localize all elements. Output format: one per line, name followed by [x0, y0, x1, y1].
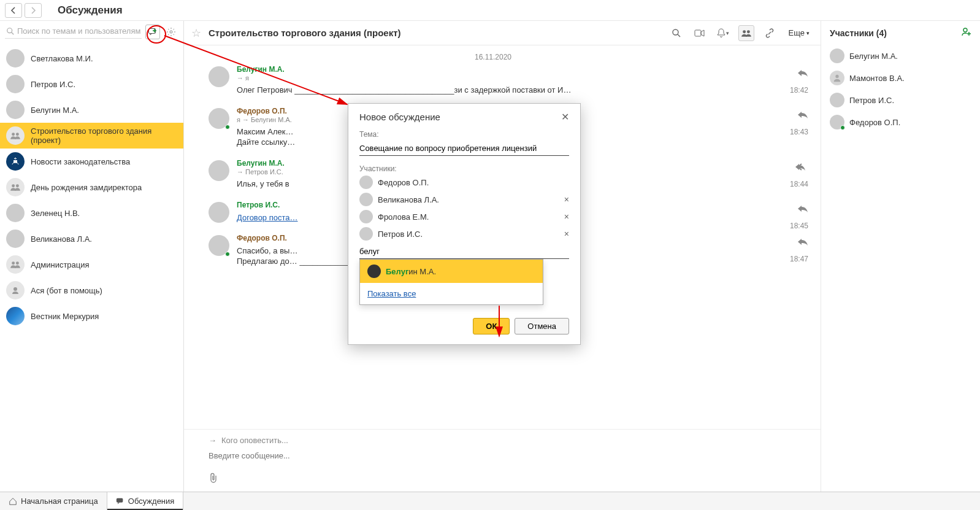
topic-input[interactable] [359, 141, 569, 156]
reply-all-icon[interactable] [795, 163, 808, 173]
show-all-link[interactable]: Показать все [360, 283, 543, 304]
svg-rect-23 [117, 498, 123, 502]
remove-chip-icon[interactable]: × [564, 195, 569, 204]
link-icon[interactable] [762, 25, 778, 41]
sidebar-item-group[interactable]: Ася (бот в помощь) [0, 277, 183, 303]
attach-icon[interactable] [209, 476, 218, 485]
participant-chip: Петров И.С.× [359, 227, 569, 241]
participant-chip: Фролова Е.М.× [359, 210, 569, 223]
message-time: 18:43 [790, 128, 808, 136]
sidebar-item-group[interactable]: Строительство торгового здания (проект) [0, 123, 183, 149]
bottom-tabs: Начальная страница Обсуждения [0, 492, 980, 510]
avatar [209, 160, 229, 181]
topic-label: Тема: [359, 130, 569, 139]
reply-icon[interactable] [797, 204, 808, 215]
message-link[interactable]: Договор поста… [237, 213, 298, 222]
participant-chip: Федоров О.П. [359, 176, 569, 189]
sidebar-item-label: Вестник Меркурия [31, 312, 99, 321]
highlight-rest: ин М.А. [408, 267, 436, 276]
sidebar-item-label: Петров И.С. [31, 80, 75, 89]
search-icon [6, 27, 15, 36]
avatar [209, 235, 229, 256]
sidebar-item-globe[interactable]: Вестник Меркурия [0, 303, 183, 329]
reply-icon[interactable] [797, 110, 808, 121]
cancel-button[interactable]: Отмена [515, 318, 569, 334]
participants-label: Участники: [359, 164, 569, 173]
svg-point-5 [170, 31, 172, 33]
svg-point-7 [16, 133, 19, 136]
participant-item[interactable]: Петров И.С. [830, 89, 971, 111]
participant-item[interactable]: Федоров О.П. [830, 111, 971, 133]
notify-row[interactable]: → Кого оповестить... [209, 436, 796, 445]
message-time: 18:44 [790, 180, 808, 188]
svg-line-1 [12, 32, 14, 34]
sidebar-item-label: Светлакова М.И. [31, 54, 93, 63]
participant-search-input[interactable] [359, 244, 569, 259]
sidebar-item-label: Белугин М.А. [31, 106, 79, 115]
avatar [209, 202, 229, 223]
sidebar-item-user[interactable]: Великанова Л.А. [0, 226, 183, 252]
tab-discussions[interactable]: Обсуждения [107, 492, 184, 510]
sidebar-item-user[interactable]: Петров И.С. [0, 71, 183, 97]
avatar [830, 93, 844, 107]
tab-home[interactable]: Начальная страница [0, 492, 107, 510]
arrow-right-icon: → [209, 436, 216, 445]
sidebar-item-label: Великанова Л.А. [31, 234, 92, 244]
sidebar: Светлакова М.И. Петров И.С. Белугин М.А.… [0, 21, 184, 492]
more-button[interactable]: Еще▾ [785, 26, 813, 39]
avatar [359, 176, 373, 189]
sidebar-item-label: День рождения замдиректора [31, 183, 142, 192]
message-sub: → я [237, 74, 778, 82]
sidebar-item-user[interactable]: Светлакова М.И. [0, 45, 183, 71]
search-chat-icon[interactable] [668, 25, 684, 41]
compose-input[interactable] [209, 449, 796, 473]
remove-chip-icon[interactable]: × [564, 229, 569, 239]
avatar [6, 75, 25, 93]
chip-label: Фролова Е.М. [378, 212, 429, 222]
chip-label: Федоров О.П. [378, 178, 429, 187]
message-time: 18:47 [790, 255, 808, 263]
participants-heading: Участники (4) [830, 28, 887, 38]
participant-item[interactable]: Мамонтов В.А. [830, 67, 971, 89]
sidebar-item-user[interactable]: Белугин М.А. [0, 97, 183, 123]
remove-chip-icon[interactable]: × [564, 212, 569, 222]
add-participant-icon[interactable] [962, 27, 971, 39]
sidebar-item-label: Администрация [31, 260, 90, 269]
close-icon[interactable]: ✕ [561, 111, 569, 123]
svg-point-12 [16, 261, 19, 265]
avatar [209, 108, 229, 129]
search-input[interactable] [17, 26, 140, 36]
back-button[interactable] [5, 3, 22, 18]
svg-point-10 [16, 184, 19, 187]
bell-icon[interactable]: ▾ [715, 25, 731, 41]
star-icon[interactable]: ☆ [191, 26, 201, 40]
svg-point-18 [746, 30, 749, 33]
dropdown-item[interactable]: Белугин М.А. [360, 260, 543, 283]
bot-icon [6, 281, 25, 299]
sidebar-item-label: Новости законодательства [31, 157, 130, 166]
video-call-icon[interactable] [692, 25, 708, 41]
chip-label: Великанова Л.А. [378, 195, 439, 204]
reply-icon[interactable] [797, 238, 808, 248]
sidebar-item-group[interactable]: День рождения замдиректора [0, 174, 183, 200]
sidebar-item-group[interactable]: Новости законодательства [0, 149, 183, 174]
settings-icon[interactable] [164, 25, 178, 39]
reply-icon[interactable] [797, 69, 808, 79]
message-time: 18:45 [790, 222, 808, 230]
chat-icon [116, 497, 124, 506]
participant-item[interactable]: Белугин М.А. [830, 45, 971, 67]
compose-area: → Кого оповестить... [184, 429, 821, 492]
sidebar-item-user[interactable]: Зеленец Н.В. [0, 200, 183, 226]
svg-rect-8 [13, 160, 17, 163]
ok-button[interactable]: ОК [473, 318, 510, 334]
participants-toggle-icon[interactable] [738, 25, 754, 41]
date-separator: 16.11.2020 [209, 45, 778, 65]
new-discussion-button[interactable] [145, 25, 160, 39]
avatar [209, 66, 229, 87]
group-icon [6, 178, 25, 196]
sidebar-item-group[interactable]: Администрация [0, 252, 183, 277]
online-dot-icon [840, 125, 845, 130]
search-box[interactable] [5, 25, 142, 39]
new-discussion-dialog: Новое обсуждение ✕ Тема: Участники: Федо… [348, 103, 581, 345]
forward-button[interactable] [25, 3, 42, 18]
